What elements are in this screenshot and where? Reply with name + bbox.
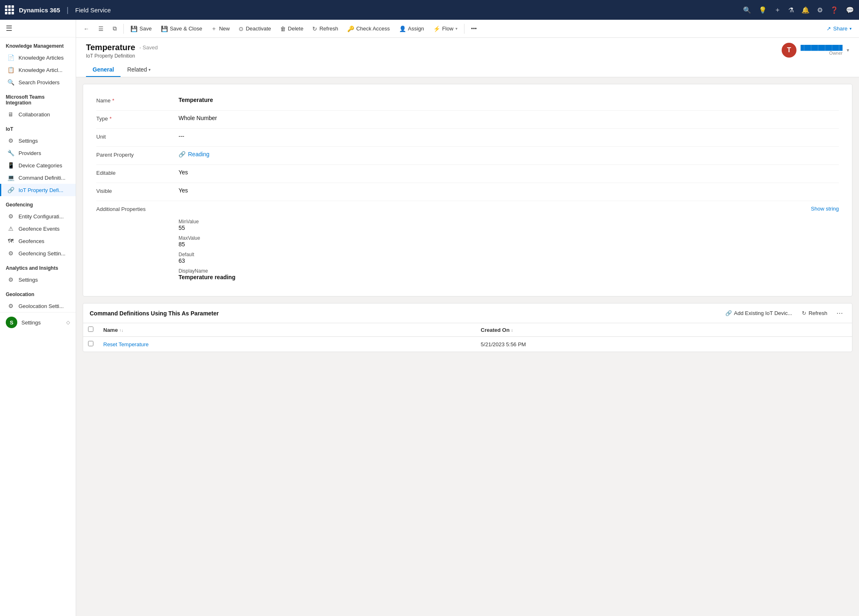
sidebar-item-providers[interactable]: 🔧 Providers [0,147,76,159]
add-icon[interactable]: ＋ [774,6,781,14]
app-launcher-button[interactable] [5,5,14,14]
command-bar: ← ☰ ⧉ 💾 Save 💾 Save & Close ＋ New ⊙ [76,20,859,38]
field-additional-properties-label: Additional Properties [96,205,179,212]
settings-icon[interactable]: ⚙ [817,6,823,14]
new-button[interactable]: ＋ New [207,23,234,35]
sub-more-options-button[interactable]: ⋯ [834,308,845,319]
sidebar-item-command-definitions[interactable]: 💻 Command Definiti... [0,171,76,184]
owner-chevron-icon[interactable]: ▾ [847,47,849,53]
open-in-new-button[interactable]: ⧉ [109,23,121,35]
help-icon[interactable]: ❓ [830,6,838,14]
chat-icon[interactable]: 💬 [846,6,854,14]
sub-refresh-button[interactable]: ↻ Refresh [799,308,831,318]
sidebar-item-iot-property-definitions[interactable]: 🔗 IoT Property Defi... [0,184,76,196]
sidebar-settings-label: Settings [21,320,41,326]
additional-prop-maxvalue: MaxValue 85 [179,235,839,248]
minvalue-key: MinValue [179,219,839,225]
knowledge-articles-icon: 📄 [7,54,14,61]
col-checkbox-header [83,323,98,337]
col-name-header[interactable]: Name ↑↓ [98,323,476,337]
filter-icon[interactable]: ⚗ [788,6,794,14]
row-checkbox-cell [83,337,98,352]
created-on-sort-icon: ↕ [511,328,513,333]
owner-avatar: T [782,43,796,58]
form-section: Name * Temperature Type * Whole N [83,84,852,296]
owner-name[interactable]: ████████████ [801,45,843,51]
minvalue-val: 55 [179,225,839,231]
sidebar-item-label: Geofencing Settin... [19,250,65,257]
sidebar-item-iot-settings[interactable]: ⚙ Settings [0,134,76,147]
displayname-key: DisplayName [179,268,839,274]
sidebar-section-title: Analytics and Insights [0,259,76,273]
bell-icon[interactable]: 🔔 [801,6,810,14]
share-button[interactable]: ↗ Share ▾ [822,23,856,34]
field-name-row: Name * Temperature [96,93,839,111]
field-parent-property-value[interactable]: 🔗 Reading [179,151,839,157]
tab-general[interactable]: General [86,63,121,77]
field-unit-value: --- [179,133,839,139]
save-label: Save [139,25,152,32]
search-icon[interactable]: 🔍 [743,6,751,14]
tab-related[interactable]: Related ▾ [121,63,157,77]
sidebar-item-knowledge-article-template[interactable]: 📋 Knowledge Articl... [0,64,76,76]
form-card: Name * Temperature Type * Whole N [83,84,852,296]
sidebar-item-search-providers[interactable]: 🔍 Search Providers [0,76,76,88]
select-all-checkbox[interactable] [88,327,93,332]
flow-button[interactable]: ⚡ Flow ▾ [429,23,462,35]
sidebar-item-label: Entity Configurati... [19,213,64,220]
sidebar-bottom-settings[interactable]: S Settings ◇ [0,312,76,332]
iot-settings-icon: ⚙ [7,137,14,144]
back-button[interactable]: ← [79,23,93,35]
flow-chevron-icon: ▾ [455,26,457,31]
sidebar-item-knowledge-articles[interactable]: 📄 Knowledge Articles [0,51,76,64]
tab-related-chevron-icon: ▾ [149,67,151,72]
geofences-icon: 🗺 [7,238,14,244]
sidebar-section-geofencing: Geofencing ⚙ Entity Configurati... ⚠ Geo… [0,196,76,259]
name-sort-icon: ↑↓ [119,328,123,333]
more-options-button[interactable]: ••• [467,23,481,34]
sidebar-item-label: Settings [19,277,38,283]
sub-refresh-icon: ↻ [802,310,806,316]
save-button[interactable]: 💾 Save [126,23,156,35]
row-checkbox[interactable] [88,341,93,346]
refresh-button[interactable]: ↻ Refresh [308,23,342,35]
sidebar-item-entity-configuration[interactable]: ⚙ Entity Configurati... [0,210,76,222]
record-icon: ☰ [98,25,104,32]
lightbulb-icon[interactable]: 💡 [759,6,767,14]
sidebar-item-collaboration[interactable]: 🖥 Collaboration [0,108,76,120]
check-access-button[interactable]: 🔑 Check Access [343,23,394,35]
saved-indicator: - Saved [139,44,158,51]
sidebar-item-label: Collaboration [19,111,50,118]
sidebar-section-title: Geolocation [0,286,76,300]
deactivate-button[interactable]: ⊙ Deactivate [234,23,275,35]
providers-icon: 🔧 [7,150,14,156]
sidebar-item-geofences[interactable]: 🗺 Geofences [0,235,76,247]
tab-group: General Related ▾ [86,63,849,77]
top-navigation: Dynamics 365 | Field Service 🔍 💡 ＋ ⚗ 🔔 ⚙… [0,0,859,20]
more-icon: ••• [471,25,477,32]
additional-prop-default: Default 63 [179,252,839,264]
sidebar-item-device-categories[interactable]: 📱 Device Categories [0,159,76,171]
delete-button[interactable]: 🗑 Delete [276,23,308,35]
sidebar-hamburger[interactable]: ☰ [0,20,76,37]
record-view-button[interactable]: ☰ [94,23,108,35]
sidebar-section-title: Geofencing [0,196,76,210]
show-string-button[interactable]: Show string [811,206,839,212]
sidebar-item-analytics-settings[interactable]: ⚙ Settings [0,273,76,286]
add-existing-button[interactable]: 🔗 Add Existing IoT Devic... [722,308,795,318]
sidebar-section-geolocation: Geolocation ⚙ Geolocation Setti... [0,286,76,312]
deactivate-icon: ⊙ [239,25,244,32]
assign-button[interactable]: 👤 Assign [395,23,428,35]
sidebar-item-geolocation-settings[interactable]: ⚙ Geolocation Setti... [0,300,76,312]
tab-related-label: Related [127,66,147,73]
delete-label: Delete [288,25,304,32]
field-name-label: Name * [96,97,179,104]
deactivate-label: Deactivate [246,25,271,32]
row-name-link[interactable]: Reset Temperature [103,341,149,347]
field-visible-value: Yes [179,187,839,194]
field-additional-properties-row: Additional Properties Show string MinVal… [96,201,839,288]
save-close-button[interactable]: 💾 Save & Close [157,23,207,35]
sidebar-item-geofence-events[interactable]: ⚠ Geofence Events [0,222,76,235]
sidebar-item-geofencing-settings[interactable]: ⚙ Geofencing Settin... [0,247,76,259]
col-created-on-header[interactable]: Created On ↕ [476,323,852,337]
